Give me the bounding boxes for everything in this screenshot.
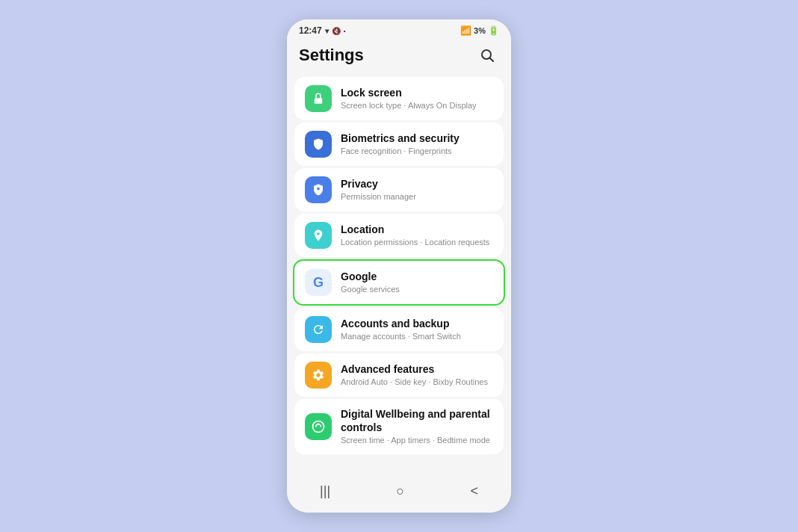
settings-list: Lock screen Screen lock type · Always On… xyxy=(287,75,511,473)
battery-percent: 3% xyxy=(474,26,486,35)
settings-item-biometrics[interactable]: Biometrics and security Face recognition… xyxy=(294,123,504,166)
settings-item-advanced[interactable]: Advanced features Android Auto · Side ke… xyxy=(294,353,504,397)
nav-bar: ||| ○ < xyxy=(287,473,511,513)
settings-item-accounts[interactable]: Accounts and backup Manage accounts · Sm… xyxy=(294,308,504,351)
location-icon xyxy=(312,229,325,242)
biometrics-title: Biometrics and security xyxy=(341,132,493,145)
svg-line-1 xyxy=(490,58,494,62)
location-title: Location xyxy=(341,223,493,236)
search-button[interactable] xyxy=(475,43,499,67)
advanced-text: Advanced features Android Auto · Side ke… xyxy=(341,362,493,387)
svg-point-3 xyxy=(317,188,320,191)
privacy-icon xyxy=(305,176,332,203)
location-icon xyxy=(305,222,332,249)
advanced-icon xyxy=(305,362,332,389)
lock-screen-icon xyxy=(305,85,332,112)
wellbeing-subtitle: Screen time · App timers · Bedtime mode xyxy=(341,435,493,445)
status-left: 12:47 ▾ 🔇 • xyxy=(299,25,346,36)
privacy-shield-icon xyxy=(312,183,325,197)
status-right: 📶 3% 🔋 xyxy=(460,25,499,36)
wellbeing-icon xyxy=(311,419,326,434)
page-title: Settings xyxy=(299,46,364,65)
status-bar: 12:47 ▾ 🔇 • 📶 3% 🔋 xyxy=(287,19,511,39)
settings-item-location[interactable]: Location Location permissions · Location… xyxy=(294,214,504,257)
google-text: Google Google services xyxy=(341,270,493,294)
settings-item-wellbeing[interactable]: Digital Wellbeing and parental controls … xyxy=(294,399,504,454)
home-button[interactable]: ○ xyxy=(381,480,419,502)
advanced-subtitle: Android Auto · Side key · Bixby Routines xyxy=(341,377,493,387)
phone-frame: 12:47 ▾ 🔇 • 📶 3% 🔋 Settings Lock screen xyxy=(287,19,511,513)
recent-apps-button[interactable]: ||| xyxy=(305,480,345,502)
location-text: Location Location permissions · Location… xyxy=(341,223,493,247)
gear-icon xyxy=(312,368,325,382)
biometrics-text: Biometrics and security Face recognition… xyxy=(341,132,493,156)
wifi-icon: 📶 xyxy=(460,25,471,36)
google-icon: G xyxy=(305,269,332,296)
accounts-subtitle: Manage accounts · Smart Switch xyxy=(341,331,493,341)
status-time: 12:47 xyxy=(299,25,322,36)
accounts-text: Accounts and backup Manage accounts · Sm… xyxy=(341,317,493,341)
privacy-text: Privacy Permission manager xyxy=(341,177,493,202)
back-button[interactable]: < xyxy=(455,480,493,502)
header: Settings xyxy=(287,39,511,75)
privacy-subtitle: Permission manager xyxy=(341,191,493,202)
privacy-title: Privacy xyxy=(341,177,493,191)
silent-icon: 🔇 xyxy=(332,27,341,35)
location-subtitle: Location permissions · Location requests xyxy=(341,237,493,247)
accounts-title: Accounts and backup xyxy=(341,317,493,330)
refresh-icon xyxy=(312,323,325,336)
lock-screen-subtitle: Screen lock type · Always On Display xyxy=(341,100,493,111)
shield-icon xyxy=(312,137,325,151)
advanced-title: Advanced features xyxy=(341,362,493,376)
wellbeing-text: Digital Wellbeing and parental controls … xyxy=(341,407,493,446)
svg-point-4 xyxy=(313,421,324,432)
google-title: Google xyxy=(341,270,493,283)
wellbeing-title: Digital Wellbeing and parental controls xyxy=(341,407,493,434)
google-g-icon: G xyxy=(313,275,324,291)
settings-item-lock-screen[interactable]: Lock screen Screen lock type · Always On… xyxy=(294,77,504,120)
search-icon xyxy=(480,48,495,63)
wellbeing-icon xyxy=(305,413,332,440)
accounts-icon xyxy=(305,316,332,343)
lock-screen-text: Lock screen Screen lock type · Always On… xyxy=(341,86,493,111)
lock-icon xyxy=(312,92,325,105)
svg-rect-2 xyxy=(315,98,323,104)
battery-icon: 🔋 xyxy=(488,25,499,36)
biometrics-icon xyxy=(305,131,332,158)
location-icon: ▾ xyxy=(325,27,329,35)
settings-item-privacy[interactable]: Privacy Permission manager xyxy=(294,168,504,211)
settings-item-google[interactable]: G Google Google services xyxy=(293,259,505,306)
lock-screen-title: Lock screen xyxy=(341,86,493,99)
google-subtitle: Google services xyxy=(341,284,493,294)
biometrics-subtitle: Face recognition · Fingerprints xyxy=(341,146,493,156)
dot-icon: • xyxy=(344,28,346,34)
